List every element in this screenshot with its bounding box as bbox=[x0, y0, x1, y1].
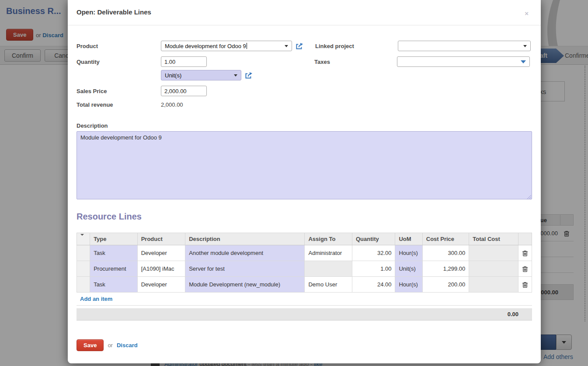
trash-icon bbox=[522, 250, 528, 257]
row-handle bbox=[77, 277, 90, 293]
row-handle bbox=[77, 261, 90, 277]
linked-project-select[interactable] bbox=[398, 41, 531, 51]
deliverable-lines-dialog: Open: Deliverable Lines × Product Module… bbox=[68, 0, 541, 363]
cell-type[interactable]: Task bbox=[90, 245, 138, 261]
table-row: Task Developer Another module developmen… bbox=[77, 245, 532, 261]
cell-quantity[interactable]: 32.00 bbox=[352, 245, 395, 261]
cell-quantity[interactable]: 24.00 bbox=[352, 277, 395, 293]
chevron-down-icon bbox=[234, 74, 237, 77]
chevron-down-icon bbox=[523, 45, 527, 47]
sort-header[interactable] bbox=[77, 233, 90, 245]
uom-value: Unit(s) bbox=[165, 72, 181, 79]
header-description[interactable]: Description bbox=[185, 233, 305, 245]
header-uom[interactable]: UoM bbox=[395, 233, 422, 245]
header-type[interactable]: Type bbox=[90, 233, 138, 245]
product-combobox[interactable]: Module development for Odoo 9 bbox=[161, 41, 292, 51]
table-footer-total-bar: 0.00 bbox=[77, 308, 532, 321]
cell-product[interactable]: Developer bbox=[137, 245, 185, 261]
delete-row-button[interactable] bbox=[522, 265, 528, 272]
cell-uom[interactable]: Hour(s) bbox=[395, 277, 422, 293]
product-value: Module development for Odoo 9 bbox=[165, 43, 246, 49]
row-handle bbox=[77, 245, 90, 261]
cell-total-cost bbox=[469, 245, 518, 261]
delete-row-button[interactable] bbox=[522, 250, 528, 257]
cell-assign-to bbox=[305, 261, 352, 277]
cell-total-cost bbox=[469, 261, 518, 277]
chevron-down-icon bbox=[521, 60, 526, 63]
or-label: or bbox=[108, 342, 113, 349]
text-cursor bbox=[247, 43, 247, 49]
header-cost-price[interactable]: Cost Price bbox=[422, 233, 469, 245]
trash-icon bbox=[522, 265, 528, 272]
cell-description[interactable]: Module Development (new_module) bbox=[185, 277, 305, 293]
cell-description[interactable]: Another module development bbox=[185, 245, 305, 261]
resource-lines-title: Resource Lines bbox=[77, 212, 532, 222]
open-record-icon[interactable] bbox=[296, 42, 303, 50]
header-delete bbox=[518, 233, 532, 245]
cell-assign-to[interactable]: Demo User bbox=[305, 277, 352, 293]
add-an-item-link[interactable]: Add an item bbox=[80, 296, 112, 302]
resource-lines-table: Type Product Description Assign To Quant… bbox=[77, 233, 532, 293]
taxes-label: Taxes bbox=[314, 59, 397, 65]
cell-product[interactable]: [A1090] iMac bbox=[137, 261, 185, 277]
table-header-row: Type Product Description Assign To Quant… bbox=[77, 233, 532, 245]
sales-price-input[interactable] bbox=[161, 86, 207, 96]
product-label: Product bbox=[77, 43, 161, 49]
cell-uom[interactable]: Hour(s) bbox=[395, 245, 422, 261]
cell-cost-price[interactable]: 1,299.00 bbox=[422, 261, 469, 277]
quantity-input[interactable] bbox=[161, 56, 207, 67]
sort-caret-icon bbox=[80, 234, 84, 242]
cell-type[interactable]: Task bbox=[90, 277, 138, 293]
taxes-select[interactable] bbox=[397, 56, 530, 67]
total-revenue-label: Total revenue bbox=[77, 101, 161, 108]
quantity-label: Quantity bbox=[77, 59, 161, 65]
description-label: Description bbox=[77, 122, 532, 129]
open-record-icon[interactable] bbox=[245, 72, 253, 79]
screen: Business R... Save or Discard Confirm Ca… bbox=[0, 0, 588, 366]
cell-type[interactable]: Procurement bbox=[90, 261, 138, 277]
cell-delete bbox=[518, 245, 532, 261]
linked-project-label: Linked project bbox=[315, 43, 398, 49]
cell-delete bbox=[518, 261, 532, 277]
save-button[interactable]: Save bbox=[77, 339, 104, 351]
cell-quantity[interactable]: 1.00 bbox=[352, 261, 395, 277]
dialog-title: Open: Deliverable Lines bbox=[77, 8, 151, 16]
total-revenue-value: 2,000.00 bbox=[161, 101, 183, 108]
discard-link[interactable]: Discard bbox=[117, 342, 138, 349]
header-assign-to[interactable]: Assign To bbox=[305, 233, 352, 245]
dialog-header: Open: Deliverable Lines × bbox=[68, 0, 541, 25]
delete-row-button[interactable] bbox=[522, 281, 528, 288]
description-textarea[interactable]: Module development for Odoo 9 bbox=[77, 131, 532, 199]
cell-cost-price[interactable]: 200.00 bbox=[422, 277, 469, 293]
cell-total-cost bbox=[469, 277, 518, 293]
uom-select[interactable]: Unit(s) bbox=[161, 70, 241, 80]
table-row: Procurement [A1090] iMac Server for test… bbox=[77, 261, 532, 277]
trash-icon bbox=[522, 281, 528, 288]
cell-delete bbox=[518, 277, 532, 293]
header-total-cost[interactable]: Total Cost bbox=[469, 233, 518, 245]
header-quantity[interactable]: Quantity bbox=[352, 233, 395, 245]
close-icon[interactable]: × bbox=[525, 10, 529, 17]
cell-assign-to[interactable]: Administrator bbox=[305, 245, 352, 261]
table-row: Task Developer Module Development (new_m… bbox=[77, 277, 532, 293]
cell-uom[interactable]: Unit(s) bbox=[395, 261, 422, 277]
cell-cost-price[interactable]: 300.00 bbox=[422, 245, 469, 261]
cell-description[interactable]: Server for test bbox=[185, 261, 305, 277]
header-product[interactable]: Product bbox=[137, 233, 185, 245]
chevron-down-icon bbox=[285, 45, 288, 47]
cell-product[interactable]: Developer bbox=[137, 277, 185, 293]
footer-total-value: 0.00 bbox=[508, 311, 518, 317]
sales-price-label: Sales Price bbox=[77, 88, 161, 94]
